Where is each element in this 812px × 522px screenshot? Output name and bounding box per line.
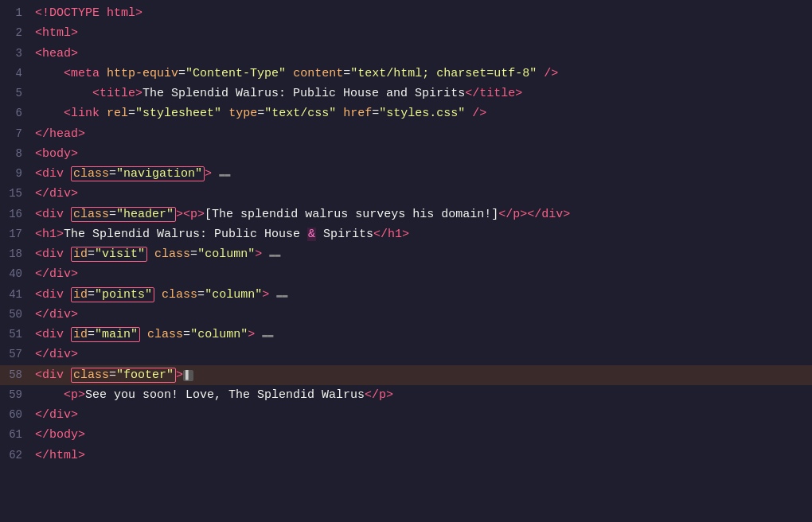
line-content-60: </div> bbox=[33, 406, 812, 424]
line-18: 18 <div id="visit" class="column"> ▬▬ bbox=[0, 244, 812, 264]
line-9: 9 <div class="navigation"> ▬▬ bbox=[0, 164, 812, 184]
line-content-62: </html> bbox=[33, 446, 812, 465]
line-content-18: <div id="visit" class="column"> ▬▬ bbox=[33, 245, 812, 263]
line-num-51: 51 bbox=[0, 326, 33, 344]
line-num-4: 4 bbox=[0, 65, 33, 83]
line-2: 2 <html> bbox=[0, 23, 812, 43]
line-content-40: </div> bbox=[33, 265, 812, 283]
line-61: 61 </body> bbox=[0, 425, 812, 445]
line-8: 8 <body> bbox=[0, 144, 812, 164]
line-num-8: 8 bbox=[0, 146, 33, 163]
line-content-7: </head> bbox=[33, 125, 812, 143]
line-content-59: <p>See you soon! Love, The Splendid Walr… bbox=[33, 386, 812, 404]
line-content-2: <html> bbox=[33, 24, 812, 42]
line-content-6: <link rel="stylesheet" type="text/css" h… bbox=[33, 104, 812, 123]
line-num-59: 59 bbox=[0, 387, 33, 404]
line-content-17: <h1>The Splendid Walrus: Public House & … bbox=[33, 225, 812, 243]
line-num-17: 17 bbox=[0, 226, 33, 243]
line-content-4: <meta http-equiv="Content-Type" content=… bbox=[33, 64, 812, 83]
line-41: 41 <div id="points" class="column"> ▬▬ bbox=[0, 285, 812, 305]
line-content-41: <div id="points" class="column"> ▬▬ bbox=[33, 286, 812, 304]
line-num-15: 15 bbox=[0, 185, 33, 203]
line-num-60: 60 bbox=[0, 407, 33, 424]
line-content-1: <!DOCTYPE html> bbox=[33, 4, 812, 22]
line-15: 15 </div> bbox=[0, 184, 812, 204]
line-57: 57 </div> bbox=[0, 345, 812, 364]
line-num-62: 62 bbox=[0, 447, 33, 465]
line-content-5: <title>The Splendid Walrus: Public House… bbox=[33, 84, 812, 103]
line-num-41: 41 bbox=[0, 286, 33, 304]
line-num-58: 58 bbox=[0, 367, 33, 384]
code-editor[interactable]: 1 <!DOCTYPE html> 2 <html> 3 <head> 4 <m… bbox=[0, 0, 812, 522]
line-1: 1 <!DOCTYPE html> bbox=[0, 3, 812, 23]
line-content-58: <div class="footer">▌ bbox=[33, 366, 812, 384]
line-content-8: <body> bbox=[33, 145, 812, 163]
line-58: 58 <div class="footer">▌ bbox=[0, 365, 812, 385]
line-40: 40 </div> bbox=[0, 264, 812, 284]
line-51: 51 <div id="main" class="column"> ▬▬ bbox=[0, 325, 812, 345]
line-60: 60 </div> bbox=[0, 405, 812, 425]
line-content-61: </body> bbox=[33, 426, 812, 444]
line-content-9: <div class="navigation"> ▬▬ bbox=[33, 165, 812, 183]
line-content-50: </div> bbox=[33, 306, 812, 324]
line-59: 59 <p>See you soon! Love, The Splendid W… bbox=[0, 385, 812, 405]
line-3: 3 <head> bbox=[0, 44, 812, 64]
line-7: 7 </head> bbox=[0, 124, 812, 144]
line-num-2: 2 bbox=[0, 25, 33, 42]
line-num-61: 61 bbox=[0, 427, 33, 444]
line-content-57: </div> bbox=[33, 345, 812, 364]
line-num-3: 3 bbox=[0, 45, 33, 63]
line-16: 16 <div class="header"><p>[The splendid … bbox=[0, 205, 812, 224]
line-num-16: 16 bbox=[0, 206, 33, 224]
line-content-3: <head> bbox=[33, 45, 812, 63]
line-num-6: 6 bbox=[0, 105, 33, 123]
line-num-18: 18 bbox=[0, 246, 33, 263]
line-num-7: 7 bbox=[0, 126, 33, 143]
line-4: 4 <meta http-equiv="Content-Type" conten… bbox=[0, 64, 812, 84]
line-num-40: 40 bbox=[0, 266, 33, 283]
line-content-15: </div> bbox=[33, 185, 812, 203]
line-5: 5 <title>The Splendid Walrus: Public Hou… bbox=[0, 84, 812, 103]
line-num-1: 1 bbox=[0, 5, 33, 22]
line-50: 50 </div> bbox=[0, 305, 812, 325]
line-62: 62 </html> bbox=[0, 446, 812, 466]
line-6: 6 <link rel="stylesheet" type="text/css"… bbox=[0, 103, 812, 123]
line-num-9: 9 bbox=[0, 166, 33, 183]
line-num-57: 57 bbox=[0, 346, 33, 364]
line-num-5: 5 bbox=[0, 85, 33, 103]
line-17: 17 <h1>The Splendid Walrus: Public House… bbox=[0, 224, 812, 244]
line-num-50: 50 bbox=[0, 306, 33, 324]
line-content-51: <div id="main" class="column"> ▬▬ bbox=[33, 325, 812, 344]
line-content-16: <div class="header"><p>[The splendid wal… bbox=[33, 205, 812, 224]
